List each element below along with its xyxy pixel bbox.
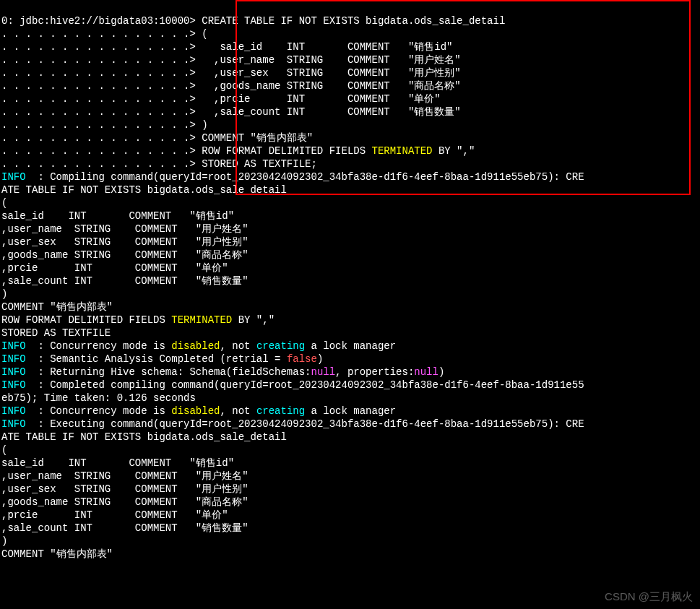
- sql-line: ROW FORMAT DELIMITED FIELDS: [196, 145, 372, 157]
- keyword-null: null: [311, 366, 335, 378]
- log-text: Semantic Analysis Completed (retrial =: [50, 353, 287, 365]
- column-def: ,user_name STRING COMMENT "用户姓名": [1, 223, 249, 235]
- info-label: INFO: [1, 405, 26, 417]
- comment-line: COMMENT "销售内部表": [1, 548, 113, 560]
- watermark: CSDN @三月枫火: [605, 590, 693, 603]
- prompt[interactable]: 0: jdbc:hive2://bigdata03:10000>: [1, 15, 196, 27]
- column-def: ,user_sex STRING COMMENT "用户性别": [1, 483, 249, 495]
- log-text: ): [438, 366, 444, 378]
- paren: (: [1, 444, 7, 456]
- info-label: INFO: [1, 379, 26, 391]
- column-def: ,user_sex STRING COMMENT "用户性别": [1, 236, 249, 248]
- log-text: eb75); Time taken: 0.126 seconds: [1, 392, 196, 404]
- terminal-output: 0: jdbc:hive2://bigdata03:10000> CREATE …: [0, 0, 700, 561]
- cont-prompt: . . . . . . . . . . . . . . . .>: [1, 106, 196, 118]
- paren: ): [1, 535, 7, 547]
- info-label: INFO: [1, 340, 26, 352]
- log-text: Executing command(queryId=root_202304240…: [50, 418, 584, 430]
- paren: (: [1, 197, 7, 209]
- log-text: Completed compiling command(queryId=root…: [50, 379, 584, 391]
- comment-line: COMMENT "销售内部表": [1, 301, 113, 313]
- keyword-disabled: disabled: [171, 340, 220, 352]
- sql-line: BY ",": [433, 145, 475, 157]
- sql-line: sale_id INT COMMENT "销售id": [196, 41, 453, 53]
- keyword-creating: creating: [256, 405, 305, 417]
- log-text: Returning Hive schema: Schema(fieldSchem…: [50, 366, 311, 378]
- cont-prompt: . . . . . . . . . . . . . . . .>: [1, 80, 196, 92]
- sql-line: CREATE TABLE IF NOT EXISTS bigdata.ods_s…: [196, 15, 505, 27]
- sql-line: ,user_sex STRING COMMENT "用户性别": [196, 67, 461, 79]
- column-def: ,sale_count INT COMMENT "销售数量": [1, 522, 249, 534]
- cont-prompt: . . . . . . . . . . . . . . . .>: [1, 41, 196, 53]
- sep: :: [26, 379, 51, 391]
- paren: ): [1, 288, 7, 300]
- sep: :: [26, 366, 51, 378]
- sep: :: [26, 418, 51, 430]
- log-text: Concurrency mode is: [50, 340, 171, 352]
- column-def: ,user_name STRING COMMENT "用户姓名": [1, 470, 249, 482]
- sql-line: ): [196, 119, 208, 131]
- sql-line: ,prcie INT COMMENT "单价": [196, 93, 441, 105]
- cont-prompt: . . . . . . . . . . . . . . . .>: [1, 119, 196, 131]
- log-text: , not: [220, 405, 256, 417]
- sql-line: ,goods_name STRING COMMENT "商品名称": [196, 80, 461, 92]
- keyword-disabled: disabled: [171, 405, 220, 417]
- column-def: ,goods_name STRING COMMENT "商品名称": [1, 249, 249, 261]
- cont-prompt: . . . . . . . . . . . . . . . .>: [1, 158, 196, 170]
- cont-prompt: . . . . . . . . . . . . . . . .>: [1, 67, 196, 79]
- sql-line: (: [196, 28, 208, 40]
- keyword-null: null: [414, 366, 438, 378]
- column-def: ,prcie INT COMMENT "单价": [1, 262, 228, 274]
- sql-line: ,user_name STRING COMMENT "用户姓名": [196, 54, 461, 66]
- keyword-terminated: TERMINATED: [171, 314, 232, 326]
- info-label: INFO: [1, 171, 26, 183]
- keyword-false: false: [287, 353, 317, 365]
- info-label: INFO: [1, 418, 26, 430]
- column-def: sale_id INT COMMENT "销售id": [1, 457, 234, 469]
- sql-line: ,sale_count INT COMMENT "销售数量": [196, 106, 461, 118]
- row-format: BY ",": [232, 314, 275, 326]
- sep: :: [26, 353, 51, 365]
- column-def: ,prcie INT COMMENT "单价": [1, 509, 228, 521]
- log-text: Compiling command(queryId=root_202304240…: [50, 171, 584, 183]
- column-def: ,goods_name STRING COMMENT "商品名称": [1, 496, 249, 508]
- column-def: sale_id INT COMMENT "销售id": [1, 210, 234, 222]
- log-text: ATE TABLE IF NOT EXISTS bigdata.ods_sale…: [1, 431, 287, 443]
- cont-prompt: . . . . . . . . . . . . . . . .>: [1, 145, 196, 157]
- cont-prompt: . . . . . . . . . . . . . . . .>: [1, 28, 196, 40]
- stored-line: STORED AS TEXTFILE: [1, 327, 111, 339]
- sep: :: [26, 340, 51, 352]
- log-text: a lock manager: [305, 340, 396, 352]
- keyword-creating: creating: [256, 340, 305, 352]
- log-text: a lock manager: [305, 405, 396, 417]
- log-text: , properties:: [335, 366, 414, 378]
- cont-prompt: . . . . . . . . . . . . . . . .>: [1, 132, 196, 144]
- log-text: ATE TABLE IF NOT EXISTS bigdata.ods_sale…: [1, 184, 287, 196]
- sep: :: [26, 405, 51, 417]
- sql-line: STORED AS TEXTFILE;: [196, 158, 317, 170]
- sql-line: COMMENT "销售内部表": [196, 132, 313, 144]
- log-text: , not: [220, 340, 256, 352]
- row-format: ROW FORMAT DELIMITED FIELDS: [1, 314, 171, 326]
- log-text: ): [317, 353, 323, 365]
- info-label: INFO: [1, 353, 26, 365]
- log-text: Concurrency mode is: [50, 405, 171, 417]
- sep: :: [26, 171, 51, 183]
- keyword-terminated: TERMINATED: [371, 145, 432, 157]
- info-label: INFO: [1, 366, 26, 378]
- cont-prompt: . . . . . . . . . . . . . . . .>: [1, 93, 196, 105]
- cont-prompt: . . . . . . . . . . . . . . . .>: [1, 54, 196, 66]
- column-def: ,sale_count INT COMMENT "销售数量": [1, 275, 249, 287]
